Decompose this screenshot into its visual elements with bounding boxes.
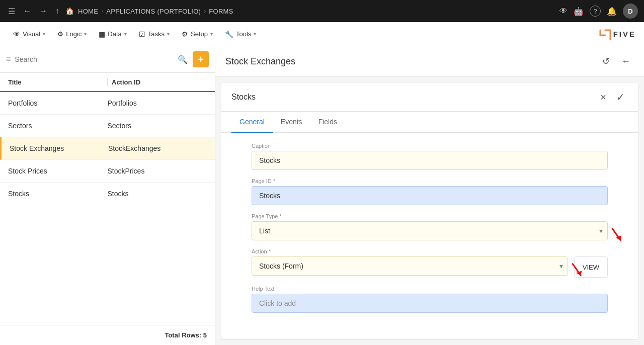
filter-icon[interactable]: ≡ — [6, 55, 11, 64]
close-panel-button[interactable]: × — [597, 90, 609, 104]
form-panel-actions: × ✓ — [597, 90, 628, 104]
back-nav-button[interactable]: ← — [618, 53, 634, 69]
row-title: Stock Prices — [8, 167, 108, 175]
five-logo-text: FIVE — [613, 30, 636, 38]
content-title: Stock Exchanges — [225, 56, 295, 67]
sidebar-search-bar: ≡ 🔍 + — [0, 46, 215, 73]
logic-chevron: ▾ — [84, 31, 87, 37]
eye-icon[interactable]: 👁 — [559, 7, 568, 16]
tasks-chevron: ▾ — [167, 31, 170, 37]
main-layout: ≡ 🔍 + Title Action ID Portfolios Portfol… — [0, 46, 644, 345]
five-logo: FIVE — [598, 28, 636, 40]
logic-menu[interactable]: ⚙ Logic ▾ — [52, 27, 92, 41]
confirm-button[interactable]: ✓ — [613, 90, 628, 104]
search-input[interactable] — [15, 55, 173, 63]
notification-icon[interactable]: 🔔 — [607, 7, 617, 16]
breadcrumb-home[interactable]: HOME — [78, 8, 98, 15]
form-body: Caption Stocks Page ID * Stocks Page Typ… — [221, 133, 638, 339]
list-item[interactable]: Portfolios Portfolios — [0, 92, 215, 115]
page-id-value[interactable]: Stocks — [252, 186, 608, 205]
tasks-icon: ☑ — [139, 30, 145, 38]
breadcrumb-applications[interactable]: APPLICATIONS (PORTFOLIO) — [106, 8, 201, 15]
sidebar-rows: Portfolios Portfolios Sectors Sectors St… — [0, 92, 215, 325]
caption-field: Caption Stocks — [252, 143, 608, 170]
row-title: Stocks — [8, 190, 108, 198]
help-icon[interactable]: ? — [590, 6, 601, 17]
page-type-value[interactable]: List — [252, 221, 608, 240]
red-arrow-icon — [608, 226, 624, 242]
tab-events[interactable]: Events — [273, 112, 310, 133]
row-title: Sectors — [8, 122, 108, 130]
data-icon: ▦ — [99, 30, 105, 38]
refresh-button[interactable]: ↺ — [598, 53, 614, 69]
tab-fields[interactable]: Fields — [310, 112, 345, 133]
main-toolbar: 👁 Visual ▾ ⚙ Logic ▾ ▦ Data ▾ ☑ Tasks ▾ … — [0, 22, 644, 46]
breadcrumb: 🏠 HOME › APPLICATIONS (PORTFOLIO) › FORM… — [65, 7, 555, 15]
form-panel-header: Stocks × ✓ — [221, 83, 638, 112]
red-arrow-action-icon — [568, 262, 584, 278]
forward-icon[interactable]: → — [37, 5, 49, 18]
up-icon[interactable]: ↑ — [53, 5, 61, 18]
total-rows-label: Total Rows: 5 — [165, 331, 207, 339]
action-label: Action * — [252, 248, 608, 254]
robot-icon[interactable]: 🤖 — [574, 7, 584, 16]
list-item[interactable]: Stock Prices StockPrices — [0, 160, 215, 183]
help-text-field: Help Text Click to add — [252, 286, 608, 313]
menu-icon[interactable]: ☰ — [6, 5, 17, 18]
setup-chevron: ▾ — [210, 31, 213, 37]
list-item-active[interactable]: Stock Exchanges StockExchanges — [0, 137, 215, 160]
caption-value[interactable]: Stocks — [252, 151, 608, 170]
tools-menu[interactable]: 🔧 Tools ▾ — [220, 27, 261, 41]
tab-general[interactable]: General — [231, 112, 273, 133]
row-title: Portfolios — [8, 99, 108, 107]
tools-icon: 🔧 — [225, 30, 233, 38]
top-nav-right: 👁 🤖 ? 🔔 D — [559, 4, 638, 19]
back-icon[interactable]: ← — [21, 5, 33, 18]
visual-menu[interactable]: 👁 Visual ▾ — [8, 27, 50, 41]
search-icon[interactable]: 🔍 — [177, 54, 189, 65]
add-button[interactable]: + — [193, 51, 209, 67]
data-label: Data — [108, 30, 121, 38]
five-logo-icon — [598, 28, 612, 40]
help-text-value[interactable]: Click to add — [252, 294, 608, 313]
list-item[interactable]: Stocks Stocks — [0, 183, 215, 205]
tools-label: Tools — [236, 30, 251, 38]
page-id-label: Page ID * — [252, 178, 608, 184]
tools-chevron: ▾ — [254, 31, 256, 37]
avatar[interactable]: D — [623, 4, 638, 19]
setup-label: Setup — [191, 30, 208, 38]
sidebar-table-header: Title Action ID — [0, 73, 215, 92]
breadcrumb-arrow-2: › — [204, 8, 206, 15]
column-action-header: Action ID — [112, 78, 207, 86]
breadcrumb-arrow-1: › — [101, 8, 103, 15]
action-value[interactable]: Stocks (Form) — [252, 256, 568, 276]
logic-label: Logic — [66, 30, 82, 38]
page-id-field: Page ID * Stocks — [252, 178, 608, 205]
column-title-header: Title — [8, 78, 103, 86]
data-chevron: ▾ — [124, 31, 127, 37]
setup-menu[interactable]: ⚙ Setup ▾ — [177, 27, 218, 41]
sidebar: ≡ 🔍 + Title Action ID Portfolios Portfol… — [0, 46, 215, 345]
setup-icon: ⚙ — [182, 30, 188, 38]
tasks-menu[interactable]: ☑ Tasks ▾ — [134, 27, 175, 41]
logic-icon: ⚙ — [57, 30, 63, 38]
row-action: Portfolios — [108, 99, 207, 107]
content-header-actions: ↺ ← — [598, 53, 634, 69]
row-title: Stock Exchanges — [10, 144, 108, 152]
eye-small-icon: 👁 — [13, 30, 20, 38]
row-action: StockPrices — [108, 167, 207, 175]
action-field-row: Stocks (Form) ▾ VIEW — [252, 256, 608, 278]
toolbar-nav: 👁 Visual ▾ ⚙ Logic ▾ ▦ Data ▾ ☑ Tasks ▾ … — [8, 27, 261, 41]
tasks-label: Tasks — [148, 30, 165, 38]
caption-label: Caption — [252, 143, 608, 149]
help-text-label: Help Text — [252, 286, 608, 292]
page-type-label: Page Type * — [252, 213, 608, 219]
row-action: Stocks — [108, 190, 207, 198]
column-divider — [107, 78, 108, 86]
breadcrumb-forms[interactable]: FORMS — [209, 8, 233, 15]
content-header: Stock Exchanges ↺ ← — [215, 46, 644, 77]
row-action: Sectors — [108, 122, 207, 130]
sidebar-footer: Total Rows: 5 — [0, 325, 215, 345]
list-item[interactable]: Sectors Sectors — [0, 115, 215, 137]
data-menu[interactable]: ▦ Data ▾ — [94, 27, 131, 41]
